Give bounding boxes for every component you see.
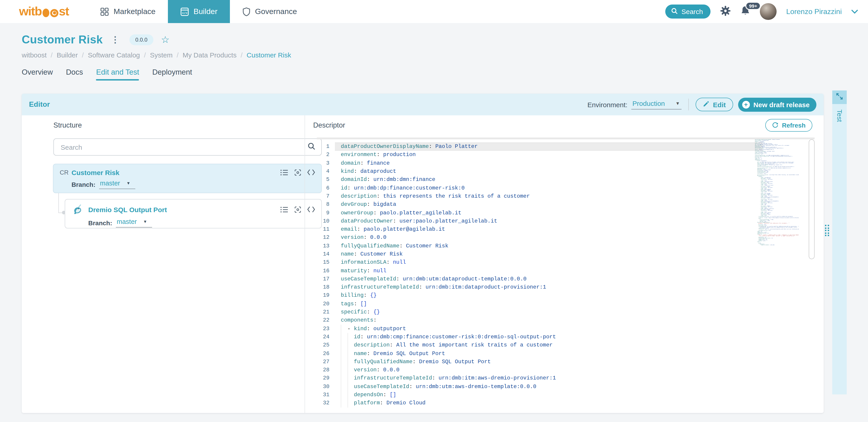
code-line: 3domain: finance (317, 159, 763, 167)
settings-button[interactable] (720, 5, 731, 18)
line-number: 1 (317, 143, 330, 150)
tab-docs[interactable]: Docs (66, 68, 83, 80)
breadcrumb-separator: / (177, 51, 179, 59)
branch-select[interactable]: master ▼ (99, 180, 135, 189)
line-number: 29 (317, 375, 330, 382)
structure-node-outputport[interactable]: Dremio SQL Output Port (65, 199, 322, 228)
breadcrumb-item[interactable]: witboost (22, 51, 46, 59)
line-number: 31 (317, 392, 330, 398)
gear-icon (720, 5, 731, 18)
search-label: Search (681, 8, 703, 15)
line-number: 7 (317, 193, 330, 199)
node-title[interactable]: Customer Risk (71, 169, 120, 176)
title-row: Customer Risk ⋮ 0.0.0 ☆ (22, 33, 868, 46)
breadcrumb-separator: / (241, 51, 242, 59)
nav-item-marketplace[interactable]: Marketplace (88, 0, 168, 23)
logo-text: witb (19, 4, 42, 19)
breadcrumb-separator: / (82, 51, 84, 59)
test-panel-tab[interactable]: Test (832, 104, 847, 394)
logo-text-2: st (59, 4, 69, 19)
user-menu-chevron-down-icon[interactable] (851, 7, 858, 15)
line-number: 27 (317, 359, 330, 365)
line-number: 9 (317, 209, 330, 216)
favorite-star-icon[interactable]: ☆ (161, 35, 170, 44)
panel-drag-handle[interactable] (825, 225, 829, 236)
tab-edit-and-test[interactable]: Edit and Test (96, 68, 139, 80)
code-line: 4kind: dataproduct (317, 167, 763, 176)
global-search-button[interactable]: Search (665, 4, 711, 19)
chevron-down-icon: ▼ (126, 181, 130, 186)
code-line: 8devGroup: bigdata (317, 200, 763, 209)
node-initials: CR (60, 169, 71, 176)
focus-target-icon[interactable] (294, 169, 301, 176)
line-number: 28 (317, 367, 330, 373)
new-draft-release-button[interactable]: + New draft release (738, 97, 816, 111)
line-number: 4 (317, 168, 330, 174)
line-number: 14 (317, 251, 330, 257)
code-line: 17useCaseTemplateId: urn:dmb:utm:datapro… (317, 275, 763, 283)
descriptor-heading: Descriptor (313, 121, 345, 129)
nav-item-governance[interactable]: Governance (230, 0, 309, 23)
node-title[interactable]: Dremio SQL Output Port (88, 205, 167, 213)
editor-card: Editor Environment: Production ▼ Edit (22, 94, 824, 413)
breadcrumb-separator: / (144, 51, 146, 59)
kebab-menu-icon[interactable]: ⋮ (111, 35, 120, 44)
code-line: 28 version: 0.0.0 (317, 366, 763, 374)
breadcrumb-item[interactable]: Customer Risk (247, 51, 291, 59)
yaml-code-editor[interactable]: 1dataProductOwnerDisplayName: Paolo Plat… (317, 137, 815, 409)
code-line: 30 useCaseTemplateId: urn:dmb:utm:aws-dr… (317, 382, 763, 391)
refresh-button[interactable]: Refresh (765, 119, 812, 132)
line-number: 5 (317, 176, 330, 183)
witboost-logo[interactable]: witb st (19, 0, 69, 23)
page-header: Customer Risk ⋮ 0.0.0 ☆ witboost/Builder… (0, 23, 868, 80)
breadcrumb: witboost/Builder/Software Catalog/System… (22, 51, 868, 59)
editor-minimap[interactable]: dataProductOwnerDisplayName: Paolo Platt… (755, 139, 799, 246)
svg-text:</>: </> (182, 11, 187, 15)
nav-item-label: Builder (193, 7, 217, 16)
notifications-button[interactable]: 99+ (741, 5, 750, 18)
line-number: 2 (317, 152, 330, 158)
code-line: 26 name: Dremio SQL Output Port (317, 349, 763, 358)
code-line: 24 id: urn:dmb:cmp:finance:customer-risk… (317, 333, 763, 341)
environment-label: Environment: (587, 101, 627, 108)
line-number: 12 (317, 234, 330, 241)
structure-search (53, 138, 322, 156)
code-line: 15informationSLA: null (317, 258, 763, 267)
editor-scrollbar-thumb[interactable] (809, 139, 815, 259)
code-line: 19billing: {} (317, 292, 763, 300)
logo-o-filled (42, 9, 49, 17)
tab-deployment[interactable]: Deployment (152, 68, 192, 80)
breadcrumb-item[interactable]: Software Catalog (88, 51, 140, 59)
breadcrumb-item[interactable]: System (150, 51, 173, 59)
breadcrumb-item[interactable]: My Data Products (183, 51, 237, 59)
navbar-right: Search (665, 0, 868, 23)
structure-node-dataproduct[interactable]: CR Customer Risk (53, 164, 322, 193)
structure-heading: Structure (53, 121, 82, 129)
code-line: 32 platform: Dremio Cloud (317, 399, 763, 407)
environment-select[interactable]: Production ▼ (631, 99, 682, 109)
code-line: 5domainId: urn:dmb:dmn:finance (317, 175, 763, 184)
breadcrumb-item[interactable]: Builder (57, 51, 78, 59)
refresh-icon (772, 122, 778, 129)
page-tabs: OverviewDocsEdit and TestDeployment (22, 68, 868, 80)
plus-circle-icon: + (742, 101, 750, 108)
test-panel-expand-button[interactable] (832, 91, 847, 104)
code-line: 22components: (317, 316, 763, 325)
editor-label: Editor (29, 100, 50, 108)
line-number: 30 (317, 384, 330, 390)
nav-item-builder[interactable]: </> Builder (168, 0, 230, 23)
structure-search-input[interactable] (60, 143, 308, 151)
details-list-icon[interactable] (281, 206, 288, 213)
line-number: 13 (317, 243, 330, 249)
details-list-icon[interactable] (281, 169, 288, 176)
code-line: 20tags: [] (317, 300, 763, 308)
edit-button[interactable]: Edit (696, 98, 733, 111)
tree-connector (58, 193, 64, 213)
tab-overview[interactable]: Overview (22, 68, 53, 80)
avatar[interactable] (760, 3, 777, 20)
user-name[interactable]: Lorenzo Pirazzini (786, 7, 842, 15)
page-title: Customer Risk (22, 33, 103, 46)
focus-target-icon[interactable] (294, 206, 301, 213)
branch-select[interactable]: master ▼ (116, 218, 152, 228)
code-line: 25 description: All the most important r… (317, 341, 763, 349)
